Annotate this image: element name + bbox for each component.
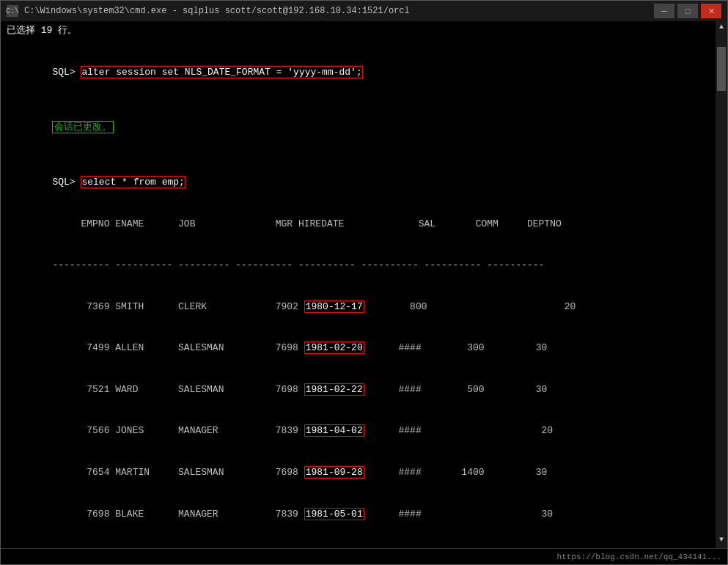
window-title: C:\Windows\system32\cmd.exe - sqlplus sc… <box>24 6 410 16</box>
row-7566: 7566 JONES MANAGER 7839 1981-04-02 #### … <box>7 411 721 453</box>
close-button[interactable]: ✕ <box>701 4 721 18</box>
scroll-up-arrow[interactable]: ▲ <box>718 21 725 32</box>
line-blank-1 <box>7 38 721 52</box>
line-session-changed: 会话已更改。 <box>7 107 721 149</box>
cmd-window: C:\ C:\Windows\system32\cmd.exe - sqlplu… <box>0 0 728 565</box>
window-controls[interactable]: ─ □ ✕ <box>654 4 721 18</box>
title-bar-left: C:\ C:\Windows\system32\cmd.exe - sqlplu… <box>7 5 410 17</box>
footer-bar: https://blog.csdn.net/qq_434141... <box>1 548 727 564</box>
scrollbar-thumb[interactable] <box>717 47 726 91</box>
row-7369: 7369 SMITH CLERK 7902 1980-12-17 800 20 <box>7 287 721 328</box>
terminal-content: 已选择 19 行。 SQL> alter session set NLS_DAT… <box>7 24 721 548</box>
minimize-button[interactable]: ─ <box>654 4 674 18</box>
row-7654: 7654 MARTIN SALESMAN 7698 1981-09-28 ###… <box>7 452 721 494</box>
maximize-button[interactable]: □ <box>677 4 698 18</box>
table-header-1: EMPNO ENAME JOB MGR HIREDATE SAL COMM DE… <box>7 204 721 245</box>
row-7521: 7521 WARD SALESMAN 7698 1981-02-22 #### … <box>7 369 721 411</box>
scroll-down-arrow[interactable]: ▼ <box>718 534 725 545</box>
scrollbar[interactable]: ▲ ▼ <box>716 21 727 548</box>
line-select-emp: SQL> select * from emp; <box>7 162 721 204</box>
cmd-icon: C:\ <box>7 5 18 17</box>
terminal-area: 已选择 19 行。 SQL> alter session set NLS_DAT… <box>1 21 727 548</box>
title-bar: C:\ C:\Windows\system32\cmd.exe - sqlplu… <box>1 1 727 21</box>
row-7499: 7499 ALLEN SALESMAN 7698 1981-02-20 ####… <box>7 328 721 370</box>
row-7782: 7782 CLARK MANAGER 7839 1981-06-09 #### … <box>7 535 721 548</box>
table-divider-1: ---------- ---------- --------- --------… <box>7 245 721 287</box>
footer-url: https://blog.csdn.net/qq_434141... <box>557 553 721 561</box>
row-7698: 7698 BLAKE MANAGER 7839 1981-05-01 #### … <box>7 494 721 536</box>
line-selected-19: 已选择 19 行。 <box>7 24 721 38</box>
line-alter-session: SQL> alter session set NLS_DATE_FORMAT =… <box>7 52 721 94</box>
line-blank-3 <box>7 149 721 163</box>
line-blank-2 <box>7 93 721 107</box>
